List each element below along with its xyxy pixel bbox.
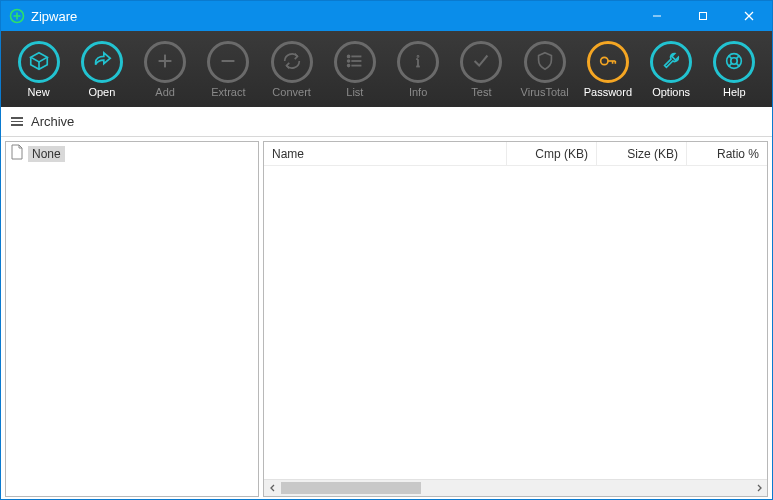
open-button[interactable]: Open — [72, 41, 131, 98]
list-icon — [344, 50, 366, 74]
toolbar-label: Password — [584, 86, 632, 98]
shield-icon — [534, 50, 556, 74]
add-button: Add — [136, 41, 195, 98]
app-window: Zipware New Open — [0, 0, 773, 500]
tree-root-item[interactable]: None — [6, 142, 258, 165]
svg-point-16 — [348, 60, 350, 62]
svg-point-20 — [601, 57, 608, 64]
svg-point-17 — [348, 64, 350, 66]
list-pane: Name Cmp (KB) Size (KB) Ratio % — [263, 141, 768, 497]
wrench-icon — [660, 50, 682, 74]
toolbar-label: List — [346, 86, 363, 98]
lifebuoy-icon — [723, 50, 745, 74]
test-button: Test — [452, 41, 511, 98]
column-cmp[interactable]: Cmp (KB) — [507, 142, 597, 165]
column-ratio[interactable]: Ratio % — [687, 142, 767, 165]
panes: None Name Cmp (KB) Size (KB) Ratio % — [1, 137, 772, 499]
column-headers: Name Cmp (KB) Size (KB) Ratio % — [264, 142, 767, 166]
toolbar-label: Open — [88, 86, 115, 98]
app-title: Zipware — [31, 9, 634, 24]
subheader: Archive — [1, 107, 772, 137]
cube-icon — [28, 50, 50, 74]
maximize-button[interactable] — [680, 1, 726, 31]
scroll-right-arrow[interactable] — [750, 480, 767, 496]
subheader-label: Archive — [31, 114, 74, 129]
grid-body[interactable] — [264, 166, 767, 479]
plus-icon — [154, 50, 176, 74]
arrows-cycle-icon — [281, 50, 303, 74]
scroll-track[interactable] — [281, 480, 750, 496]
tree-root-label: None — [28, 146, 65, 162]
extract-button: Extract — [199, 41, 258, 98]
column-size[interactable]: Size (KB) — [597, 142, 687, 165]
share-arrow-icon — [91, 50, 113, 74]
svg-line-27 — [737, 55, 740, 58]
svg-line-26 — [729, 55, 732, 58]
svg-rect-4 — [700, 13, 707, 20]
toolbar-label: VirusTotal — [521, 86, 569, 98]
toolbar-label: Help — [723, 86, 746, 98]
app-icon — [9, 8, 25, 24]
check-icon — [470, 50, 492, 74]
toolbar-label: Extract — [211, 86, 245, 98]
new-button[interactable]: New — [9, 41, 68, 98]
toolbar-label: New — [28, 86, 50, 98]
toolbar-label: Add — [155, 86, 175, 98]
help-button[interactable]: Help — [705, 41, 764, 98]
info-icon — [407, 50, 429, 74]
toolbar-label: Info — [409, 86, 427, 98]
password-button[interactable]: Password — [578, 41, 637, 98]
svg-line-28 — [729, 63, 732, 66]
minimize-button[interactable] — [634, 1, 680, 31]
tree-pane[interactable]: None — [5, 141, 259, 497]
info-button: Info — [389, 41, 448, 98]
scroll-left-arrow[interactable] — [264, 480, 281, 496]
svg-marker-7 — [30, 52, 47, 61]
options-button[interactable]: Options — [642, 41, 701, 98]
close-button[interactable] — [726, 1, 772, 31]
toolbar-label: Options — [652, 86, 690, 98]
virustotal-button: VirusTotal — [515, 41, 574, 98]
toolbar-label: Convert — [272, 86, 311, 98]
file-icon — [10, 144, 24, 163]
horizontal-scrollbar[interactable] — [264, 479, 767, 496]
column-name[interactable]: Name — [264, 142, 507, 165]
minus-icon — [217, 50, 239, 74]
svg-line-29 — [737, 63, 740, 66]
titlebar: Zipware — [1, 1, 772, 31]
toolbar-label: Test — [471, 86, 491, 98]
hamburger-icon[interactable] — [11, 117, 23, 126]
toolbar: New Open Add Extract — [1, 31, 772, 107]
convert-button: Convert — [262, 41, 321, 98]
svg-point-15 — [348, 55, 350, 57]
list-button: List — [325, 41, 384, 98]
key-icon — [597, 50, 619, 74]
scroll-thumb[interactable] — [281, 482, 421, 494]
svg-point-25 — [731, 57, 737, 63]
svg-point-18 — [418, 55, 419, 56]
